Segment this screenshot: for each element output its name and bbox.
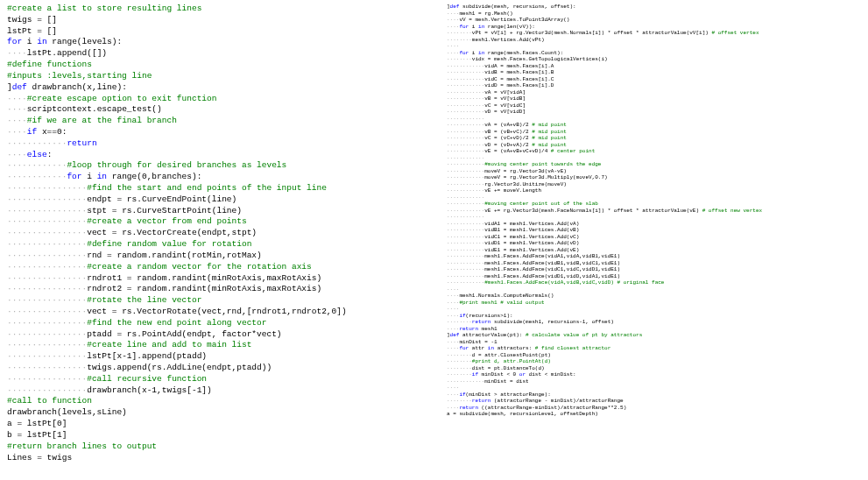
right-line-6: ···· <box>447 43 851 50</box>
right-line-10: ············vidB = mesh.Faces[i].B <box>447 69 851 76</box>
right-line-29: ············ <box>447 194 851 201</box>
left-line-39: b = lstPt[1] <box>7 430 413 441</box>
left-line-31: ················#create line and add to … <box>7 340 413 351</box>
right-line-57: ········dist = pt.DistanceTo(d) <box>447 365 851 372</box>
left-line-30: ················ptadd = rs.PointAdd(endp… <box>7 329 413 341</box>
right-line-0: ]def subdivide(mesh, recursions, offset)… <box>447 4 851 11</box>
right-line-33: ············vidA1 = mesh1.Vertices.Add(v… <box>447 221 851 228</box>
left-line-33: ················twigs.append(rs.AddLine(… <box>7 363 413 374</box>
left-line-26: ················rndrot2 = random.randint… <box>7 284 413 295</box>
right-line-13: ············vA = vV[vidA] <box>447 89 851 96</box>
left-line-19: ················stpt = rs.CurveStartPoin… <box>7 206 413 217</box>
left-line-11: ····#if we are at the final branch <box>7 116 413 127</box>
left-line-14: ····else: <box>7 150 413 161</box>
right-line-44: ····mesh1.Normals.ComputeNormals() <box>447 293 851 300</box>
right-line-42: ············#mesh1.Faces.AddFace(vidA,vi… <box>447 279 851 286</box>
right-line-11: ············vidC = mesh.Faces[i].C <box>447 76 851 83</box>
left-line-0: #create a list to store resulting lines <box>7 4 413 15</box>
right-line-48: ········return subdivide(mesh1, recursio… <box>447 319 851 326</box>
right-line-4: ········vPt = vV[i] + rg.Vector3d(mesh.N… <box>447 30 851 37</box>
right-line-18: ············vA = (vA+vB)/2 # mid point <box>447 122 851 129</box>
left-line-28: ················vect = rs.VectorRotate(v… <box>7 307 413 318</box>
right-line-14: ············vB = vV[vidB] <box>447 95 851 102</box>
left-line-38: a = lstPt[0] <box>7 419 413 430</box>
right-line-15: ············vC = vV[vidC] <box>447 102 851 109</box>
left-line-5: ····lstPt.append([]) <box>7 48 413 60</box>
right-line-16: ············vD = vV[vidD] <box>447 109 851 116</box>
left-line-20: ················#create a vector from en… <box>7 216 413 228</box>
left-line-41: Lines = twigs <box>7 453 413 464</box>
left-line-9: ····#create escape option to exit functi… <box>7 94 413 105</box>
right-line-5: ········mesh1.Vertices.Add(vPt) <box>447 37 851 44</box>
right-line-27: ············rg.Vector3d.Unitize(moveV) <box>447 181 851 188</box>
right-line-41: ············mesh1.Faces.AddFace(vidD1,vi… <box>447 273 851 280</box>
right-line-3: ····for i in range(len(vV)): <box>447 24 851 31</box>
right-line-54: ····for attr in attractors: # find close… <box>447 345 851 352</box>
left-line-4: for i in range(levels): <box>7 37 413 48</box>
left-line-35: ················drawbranch(x-1,twigs[-1]… <box>7 385 413 397</box>
right-line-1: ····mesh1 = rg.Mesh() <box>447 11 851 18</box>
right-line-20: ············vC = (vC+vD)/2 # mid point <box>447 135 851 142</box>
left-line-17: ················#find the start and end … <box>7 183 413 194</box>
right-line-2: ····vV = mesh.Vertices.ToPoint3dArray() <box>447 17 851 24</box>
right-line-59: ············minDist = dist <box>447 378 851 385</box>
left-line-2: twigs = [] <box>7 15 413 26</box>
left-line-32: ················lstPt[x-1].append(ptadd) <box>7 351 413 363</box>
right-line-22: ············vE = (vA+vB+vC+vD)/4 # cente… <box>447 148 851 155</box>
left-line-21: ················vect = rs.VectorCreate(e… <box>7 228 413 239</box>
left-line-34: ················#call recursive function <box>7 374 413 385</box>
right-line-19: ············vB = (vB+vC)/2 # mid point <box>447 129 851 136</box>
left-line-10: ····scriptcontext.escape_test() <box>7 104 413 116</box>
right-line-65: a = subdivide(mesh, recursionLevel, offs… <box>447 411 851 418</box>
left-line-7: #inputs :levels,starting line <box>7 71 413 82</box>
right-line-63: ····return ((attractorRange-minDist)/att… <box>447 405 851 412</box>
left-line-24: ················#create a random vector … <box>7 262 413 273</box>
left-line-40: #return branch lines to output <box>7 441 413 453</box>
right-line-28: ············vE += moveV.Length <box>447 187 851 194</box>
right-line-53: ····minDist = -1 <box>447 339 851 346</box>
left-line-18: ················endpt = rs.CurveEndPoint… <box>7 194 413 206</box>
right-line-12: ············vidD = mesh.Faces[i].D <box>447 82 851 89</box>
right-line-47: ····if(recursions>1): <box>447 313 851 320</box>
right-line-62: ········return (attractorRange - minDist… <box>447 398 851 405</box>
right-line-36: ············vidD1 = mesh1.Vertices.Add(v… <box>447 240 851 247</box>
right-line-37: ············vidE1 = mesh1.Vertices.Add(v… <box>447 247 851 254</box>
right-line-38: ············mesh1.Faces.AddFace(vidA1,vi… <box>447 253 851 260</box>
right-line-56: ········#print d, attr.PointAt(d) <box>447 358 851 365</box>
right-line-17: ············ <box>447 116 851 123</box>
left-line-37: drawbranch(levels,sLine) <box>7 407 413 419</box>
left-line-23: ················rnd = random.randint(rot… <box>7 251 413 262</box>
right-line-39: ············mesh1.Faces.AddFace(vidB1,vi… <box>447 260 851 267</box>
right-line-52: ]def attractorValue(pt): # calculate val… <box>447 332 851 339</box>
right-line-31: ············vE += rg.Vector3d(mesh.FaceN… <box>447 208 851 215</box>
left-line-3: lstPt = [] <box>7 26 413 38</box>
right-line-43: ···· <box>447 286 851 293</box>
right-line-24: ············#moving center point towards… <box>447 161 851 168</box>
right-line-45: ····#print mesh1 # valid output <box>447 300 851 307</box>
right-line-7: ····for i in range(mesh.Faces.Count): <box>447 50 851 57</box>
right-line-23: ············ <box>447 155 851 162</box>
right-line-30: ············#moving center point out of … <box>447 201 851 208</box>
left-line-29: ················#find the new end point … <box>7 318 413 329</box>
left-code-pane: #create a list to store resulting linest… <box>0 0 420 480</box>
right-line-8: ········vidx = mesh.Faces.GetTopological… <box>447 56 851 63</box>
right-line-25: ············moveV = rg.Vector3d(vA-vE) <box>447 168 851 175</box>
right-line-60: ···· <box>447 385 851 392</box>
left-line-16: ············for i in range(0,branches): <box>7 172 413 183</box>
right-line-40: ············mesh1.Faces.AddFace(vidC1,vi… <box>447 266 851 273</box>
left-line-25: ················rndrot1 = random.randint… <box>7 273 413 285</box>
right-code-pane: ]def subdivide(mesh, recursions, offset)… <box>420 0 858 480</box>
right-line-61: ····if(minDist > attractorRange): <box>447 392 851 399</box>
right-line-9: ············vidA = mesh.Faces[i].A <box>447 63 851 70</box>
right-line-26: ············moveV = rg.Vector3d.Multiply… <box>447 174 851 181</box>
left-line-13: ············return <box>7 138 413 150</box>
left-line-27: ················#rotate the line vector <box>7 295 413 307</box>
right-line-58: ········if minDist < 0 or dist < minDist… <box>447 371 851 378</box>
right-line-34: ············vidB1 = mesh1.Vertices.Add(v… <box>447 227 851 234</box>
right-line-35: ············vidC1 = mesh1.Vertices.Add(v… <box>447 234 851 241</box>
left-line-6: #define functions <box>7 60 413 71</box>
left-line-12: ····if x==0: <box>7 127 413 138</box>
right-line-49: ····return mesh1 <box>447 326 851 333</box>
right-line-55: ········d = attr.ClosestPoint(pt) <box>447 352 851 359</box>
left-line-8: ]def drawbranch(x,line): <box>7 82 413 94</box>
